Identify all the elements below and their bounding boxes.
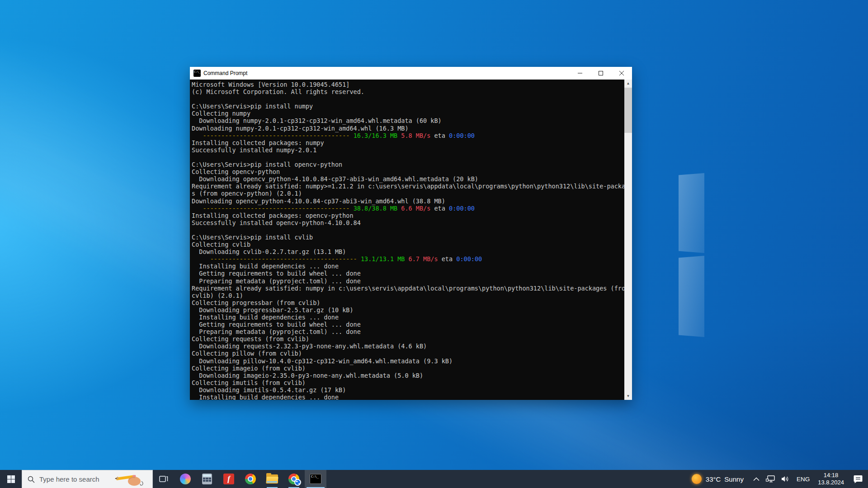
search-box[interactable]: Type here to search <box>22 470 153 488</box>
maximize-button[interactable] <box>590 67 611 80</box>
scrollbar[interactable]: ▲ ▼ <box>624 80 632 400</box>
clock[interactable]: 14:18 13.8.2024 <box>814 472 848 486</box>
command-prompt-window: C:\_ Command Prompt Microsoft Windows [V… <box>190 67 632 400</box>
speaker-icon <box>781 475 789 483</box>
command-prompt-taskbar-button[interactable]: C:\_ <box>305 470 326 488</box>
action-center-icon <box>854 475 863 483</box>
weather-condition: Sunny <box>724 475 744 483</box>
terminal-output: Microsoft Windows [Version 10.0.19045.46… <box>192 81 624 400</box>
copilot-button[interactable] <box>175 470 196 488</box>
search-doodle-pencil-hand-icon <box>113 471 151 488</box>
taskbar: Type here to search <box>0 470 868 488</box>
f-app-icon: f <box>223 474 234 484</box>
file-explorer-button[interactable] <box>261 470 283 488</box>
show-hidden-icons-button[interactable] <box>750 470 763 488</box>
system-tray: 33°C Sunny <box>685 470 868 488</box>
taskbar-app-icons: f C:\_ <box>153 470 326 488</box>
chrome-profile-button[interactable] <box>283 470 305 488</box>
network-icon <box>766 475 775 483</box>
window-controls <box>570 67 632 80</box>
search-icon <box>28 476 35 483</box>
windows-logo-icon <box>7 475 15 483</box>
titlebar[interactable]: C:\_ Command Prompt <box>190 67 632 80</box>
chrome-button[interactable] <box>240 470 261 488</box>
close-button[interactable] <box>611 67 632 80</box>
chrome-icon <box>245 474 256 484</box>
task-view-icon <box>159 475 168 483</box>
weather-widget[interactable]: 33°C Sunny <box>685 474 750 484</box>
clock-time: 14:18 <box>824 472 839 479</box>
window-title: Command Prompt <box>203 70 247 76</box>
terminal[interactable]: Microsoft Windows [Version 10.0.19045.46… <box>190 80 632 400</box>
scrollbar-thumb[interactable] <box>624 88 632 133</box>
cmd-icon: C:\_ <box>193 70 201 77</box>
calculator-button[interactable] <box>196 470 218 488</box>
volume-button[interactable] <box>778 470 793 488</box>
weather-temperature: 33°C <box>706 475 721 483</box>
command-prompt-icon: C:\_ <box>310 474 321 484</box>
network-button[interactable] <box>763 470 778 488</box>
scroll-up-icon[interactable]: ▲ <box>624 80 632 87</box>
calculator-icon <box>202 474 212 484</box>
minimize-button[interactable] <box>570 67 590 80</box>
task-view-button[interactable] <box>153 470 175 488</box>
start-button[interactable] <box>0 470 22 488</box>
scroll-down-icon[interactable]: ▼ <box>624 392 632 400</box>
file-explorer-icon <box>266 474 278 483</box>
f-app-button[interactable]: f <box>218 470 240 488</box>
chrome-profile-icon <box>288 474 299 484</box>
sun-icon <box>692 474 702 484</box>
copilot-icon <box>180 474 191 484</box>
clock-date: 13.8.2024 <box>818 479 844 486</box>
chevron-up-icon <box>753 477 760 481</box>
search-placeholder: Type here to search <box>39 475 99 483</box>
action-center-button[interactable] <box>848 470 868 488</box>
profile-globe-badge <box>294 479 301 486</box>
language-indicator[interactable]: ENG <box>793 470 814 488</box>
desktop: C:\_ Command Prompt Microsoft Windows [V… <box>0 0 868 488</box>
